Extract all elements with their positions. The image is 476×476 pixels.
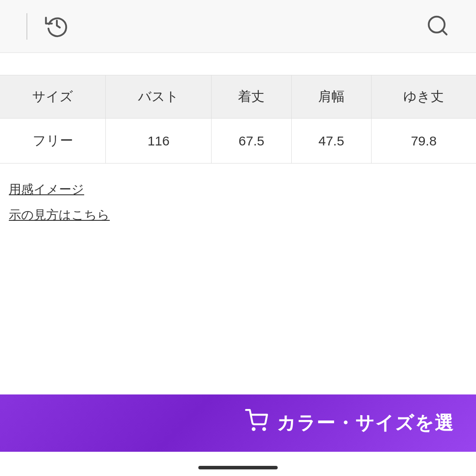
svg-point-3 [263, 428, 265, 430]
links-section: 用感イメージ 示の見方はこちら [0, 164, 476, 241]
header-left [26, 13, 69, 40]
table-row: フリー 116 67.5 47.5 79.8 [0, 119, 476, 164]
svg-line-1 [442, 30, 446, 34]
cell-kittake: 67.5 [212, 119, 291, 164]
usage-image-link[interactable]: 用感イメージ [9, 181, 467, 198]
history-icon[interactable] [45, 14, 69, 39]
cell-bust: 116 [106, 119, 212, 164]
size-table: サイズ バスト 着丈 肩幅 ゆき丈 フリー 116 67.5 47.5 79.8 [0, 75, 476, 164]
size-guide-link[interactable]: 示の見方はこちら [9, 207, 467, 223]
size-table-wrapper: サイズ バスト 着丈 肩幅 ゆき丈 フリー 116 67.5 47.5 79.8 [0, 75, 476, 164]
header [0, 0, 476, 53]
svg-point-2 [253, 428, 254, 430]
header-divider [26, 13, 27, 40]
col-header-size: サイズ [0, 75, 106, 119]
cart-icon [245, 409, 268, 437]
col-header-kittake: 着丈 [212, 75, 291, 119]
content: サイズ バスト 着丈 肩幅 ゆき丈 フリー 116 67.5 47.5 79.8… [0, 53, 476, 241]
search-icon[interactable] [426, 14, 450, 39]
bottom-cta-bar[interactable]: カラー・サイズを選 [0, 394, 476, 452]
cta-text: カラー・サイズを選 [277, 411, 454, 435]
cell-katahaba: 47.5 [291, 119, 371, 164]
col-header-katahaba: 肩幅 [291, 75, 371, 119]
home-indicator [198, 466, 278, 469]
cell-size: フリー [0, 119, 106, 164]
table-header-row: サイズ バスト 着丈 肩幅 ゆき丈 [0, 75, 476, 119]
cell-yukitake: 79.8 [371, 119, 476, 164]
col-header-bust: バスト [106, 75, 212, 119]
col-header-yukitake: ゆき丈 [371, 75, 476, 119]
